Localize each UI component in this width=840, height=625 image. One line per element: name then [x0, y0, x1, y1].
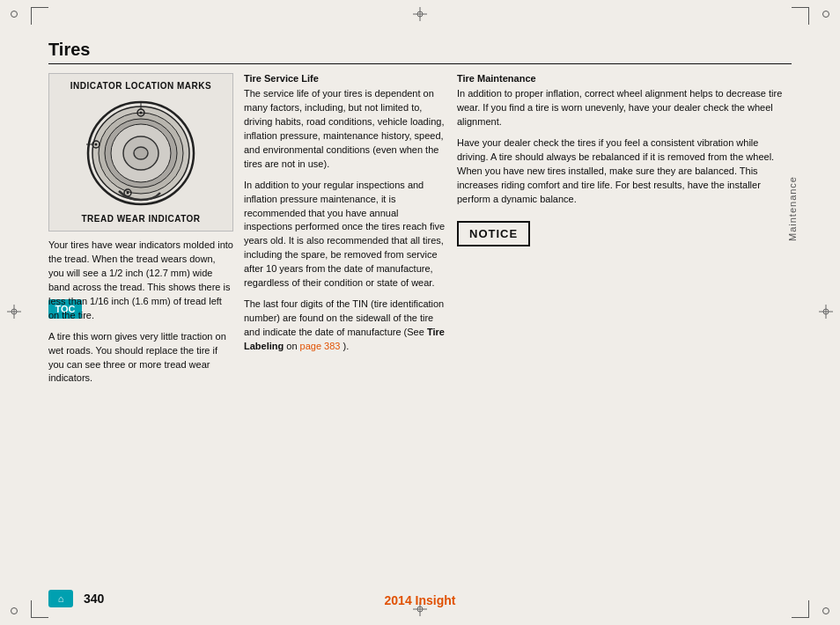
bottom-left: ⌂ 340 — [48, 590, 104, 607]
crosshair-right — [819, 305, 833, 320]
diagram-top-label: INDICATOR LOCATION MARKS — [56, 81, 225, 91]
col-left-para2: A tire this worn gives very little tract… — [48, 330, 233, 386]
page-number: 340 — [84, 592, 104, 606]
col-right-para1: In addition to proper inflation, correct… — [457, 87, 792, 129]
svg-point-20 — [140, 112, 143, 114]
col-right-heading: Tire Maintenance — [457, 73, 792, 84]
tire-svg — [56, 96, 225, 210]
model-year: 2014 Insight — [385, 593, 456, 607]
col-mid-para2: In addition to your regular inspections … — [244, 179, 446, 291]
col-mid: Tire Service Life The service life of yo… — [244, 73, 446, 393]
col-right-para2: Have your dealer check the tires if you … — [457, 136, 792, 207]
reg-mark-br — [822, 607, 829, 614]
crosshair-left — [7, 305, 21, 320]
crosshair-top — [413, 7, 427, 23]
corner-mark-bl — [31, 600, 48, 618]
svg-point-24 — [127, 192, 129, 195]
notice-box: NOTICE — [457, 221, 530, 246]
col-left-para1: Your tires have wear indicators molded i… — [48, 239, 233, 323]
page-383-link[interactable]: page 383 — [300, 341, 341, 351]
diagram-bottom-label: TREAD WEAR INDICATOR — [56, 214, 225, 224]
svg-point-18 — [134, 147, 148, 159]
main-columns: INDICATOR LOCATION MARKS — [48, 73, 792, 393]
corner-mark-tl — [31, 7, 48, 25]
reg-mark-tl — [11, 11, 18, 18]
svg-point-22 — [95, 143, 98, 146]
col-mid-para3: The last four digits of the TIN (tire id… — [244, 298, 446, 354]
tire-diagram: INDICATOR LOCATION MARKS — [48, 73, 233, 232]
reg-mark-bl — [11, 607, 18, 614]
corner-mark-tr — [792, 7, 809, 25]
col-right: Tire Maintenance In addition to proper i… — [457, 73, 792, 393]
home-icon: ⌂ — [58, 593, 64, 604]
home-button[interactable]: ⌂ — [48, 590, 73, 607]
col-left: INDICATOR LOCATION MARKS — [48, 73, 233, 393]
content-area: Tires INDICATOR LOCATION MARKS — [48, 40, 792, 581]
page-title: Tires — [48, 40, 792, 64]
reg-mark-tr — [822, 11, 829, 18]
corner-mark-br — [792, 600, 809, 618]
page-container: i 🔧 TOC Maintenance Tires INDICATOR LOCA… — [0, 0, 840, 625]
col-mid-para1: The service life of your tires is depend… — [244, 87, 446, 172]
col-mid-heading: Tire Service Life — [244, 73, 446, 84]
